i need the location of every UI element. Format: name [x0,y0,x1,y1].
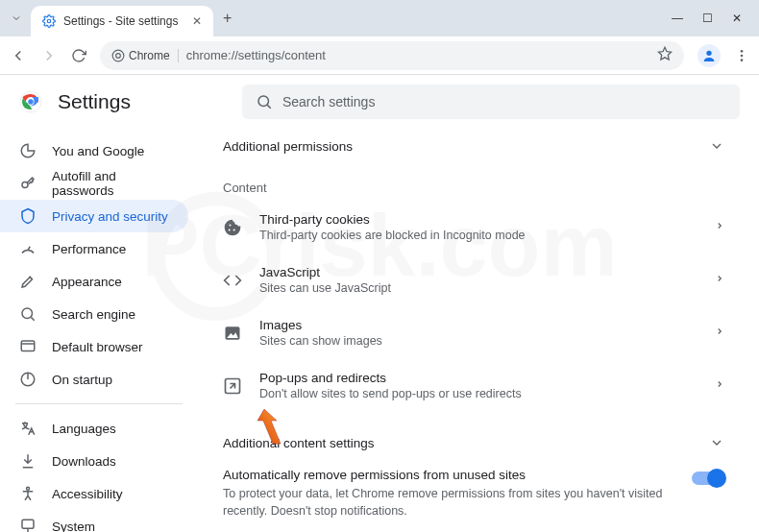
auto-remove-permissions-row: Automatically remove permissions from un… [209,460,738,527]
sidebar-label: You and Google [52,144,144,158]
image-icon [223,324,242,343]
sidebar-item-performance[interactable]: Performance [0,232,188,265]
search-settings-input[interactable]: Search settings [242,85,740,119]
row-subtitle: To protect your data, let Chrome remove … [223,486,678,520]
row-subtitle: Don't allow sites to send pop-ups or use… [259,387,698,400]
close-window-icon[interactable]: ✕ [732,12,742,25]
chevron-right-icon [715,219,724,236]
row-title: JavaScript [259,265,698,279]
close-tab-icon[interactable]: ✕ [192,14,202,28]
site-chip: Chrome [111,49,179,62]
popup-icon [223,376,242,396]
chevron-down-icon [709,138,724,154]
chevron-right-icon [715,325,724,342]
sidebar-item-you-and-google[interactable]: You and Google [0,134,188,167]
sidebar-label: On startup [52,373,112,387]
sidebar-label: Privacy and security [52,209,168,224]
svg-point-1 [112,50,124,61]
sidebar-item-on-startup[interactable]: On startup [0,363,188,396]
tab-title: Settings - Site settings [63,14,184,28]
row-title: Automatically remove permissions from un… [223,468,678,482]
sidebar-item-appearance[interactable]: Appearance [0,265,188,298]
sidebar-item-downloads[interactable]: Downloads [0,445,188,477]
row-third-party-cookies[interactable]: Third-party cookiesThird-party cookies a… [209,201,738,254]
sidebar-label: Downloads [52,454,116,469]
bookmark-icon[interactable] [657,46,673,64]
svg-line-12 [267,105,270,108]
menu-icon[interactable] [734,48,749,63]
row-subtitle: Third-party cookies are blocked in Incog… [259,229,698,242]
chip-label: Chrome [129,49,170,62]
content-heading: Content [209,163,738,201]
svg-point-2 [116,53,121,58]
back-icon[interactable] [10,47,27,64]
cookie-icon [223,218,242,237]
sidebar-item-languages[interactable]: Languages [0,412,188,445]
search-placeholder: Search settings [282,94,376,109]
svg-point-10 [28,99,34,105]
row-javascript[interactable]: JavaScriptSites can use JavaScript [209,254,738,306]
address-bar[interactable]: Chrome chrome://settings/content [100,41,684,70]
content-area[interactable]: Additional permissions Content Third-par… [198,129,759,532]
reload-icon[interactable] [71,48,86,63]
svg-marker-3 [658,47,671,60]
sidebar-divider [15,403,183,404]
sidebar-label: Autofill and passwords [52,169,169,198]
chevron-right-icon [715,272,724,289]
sidebar-item-privacy-security[interactable]: Privacy and security [0,200,188,232]
svg-point-4 [706,50,711,55]
chrome-logo-icon [19,90,42,113]
chevron-down-icon [709,435,724,450]
page-title: Settings [58,90,131,113]
auto-remove-toggle[interactable] [692,472,724,485]
tab-dropdown-icon[interactable] [8,10,25,27]
row-title: Third-party cookies [259,212,698,227]
search-icon [256,93,273,110]
url-text: chrome://settings/content [186,48,326,62]
sidebar-item-search-engine[interactable]: Search engine [0,298,188,330]
sidebar-item-system[interactable]: System [0,510,188,532]
svg-point-14 [22,308,33,319]
row-subtitle: Sites can use JavaScript [259,281,698,295]
row-subtitle: Sites can show images [259,334,698,348]
svg-point-22 [230,224,232,226]
row-popups-redirects[interactable]: Pop-ups and redirectsDon't allow sites t… [209,359,738,412]
sidebar-label: Performance [52,242,126,256]
sidebar-label: Languages [52,422,116,436]
svg-line-15 [31,317,34,320]
svg-point-23 [229,229,231,230]
additional-content-settings-row[interactable]: Additional content settings [209,425,738,460]
svg-point-7 [741,59,744,61]
minimize-icon[interactable]: — [672,12,683,25]
profile-avatar[interactable] [698,44,721,67]
new-tab-button[interactable]: + [223,10,232,27]
settings-header: Settings Search settings [0,75,759,129]
additional-permissions-row[interactable]: Additional permissions [209,129,738,163]
forward-icon [40,47,58,64]
chrome-icon [111,49,125,62]
window-titlebar: Settings - Site settings ✕ + — ☐ ✕ [0,0,759,36]
chevron-right-icon [715,377,724,395]
code-icon [223,271,242,290]
maximize-icon[interactable]: ☐ [702,12,713,25]
sidebar-item-default-browser[interactable]: Default browser [0,330,188,363]
row-label: Additional content settings [223,436,375,450]
svg-point-6 [741,54,744,57]
svg-point-20 [27,487,30,490]
browser-toolbar: Chrome chrome://settings/content [0,36,759,75]
svg-point-0 [47,19,51,23]
browser-tab[interactable]: Settings - Site settings ✕ [31,6,213,36]
svg-rect-16 [21,341,35,351]
row-images[interactable]: ImagesSites can show images [209,306,738,359]
row-title: Pop-ups and redirects [259,371,698,385]
svg-point-24 [233,229,235,230]
sidebar-label: Appearance [52,275,122,289]
sidebar-label: Default browser [52,340,143,354]
svg-rect-21 [22,520,34,528]
row-title: Images [259,318,698,332]
svg-point-5 [741,50,744,53]
sidebar-label: Accessibility [52,487,123,501]
sidebar-item-autofill[interactable]: Autofill and passwords [0,167,188,200]
sidebar-item-accessibility[interactable]: Accessibility [0,477,188,510]
sidebar-label: Search engine [52,307,135,322]
